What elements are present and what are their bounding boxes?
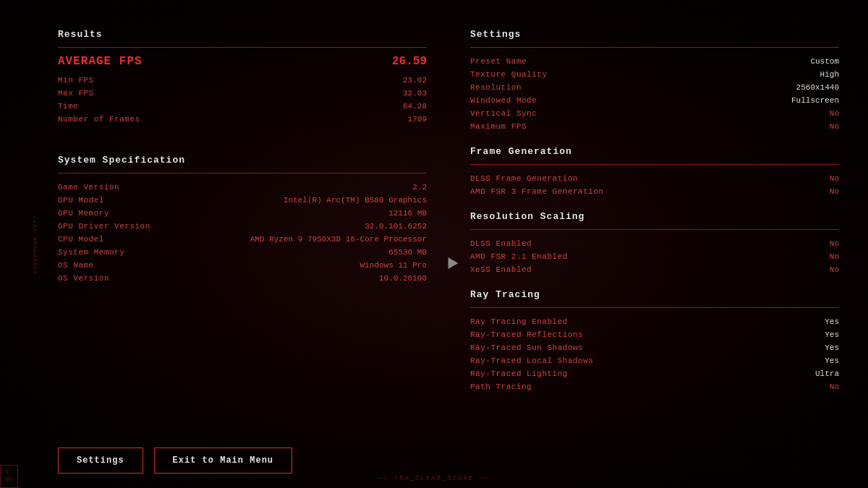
ray-tracing-row: Ray-Traced Sun ShadowsYes [470, 341, 839, 354]
stats-container: Min FPS23.02Max FPS32.03Time64.28Number … [58, 74, 427, 126]
spec-value: 65536 MB [388, 248, 427, 257]
settings-label: Ray-Traced Sun Shadows [470, 343, 583, 352]
frame-gen-row: AMD FSR 3 Frame GenerationNo [470, 185, 839, 198]
spec-header: System Specification [58, 155, 427, 166]
spec-row: GPU Memory12116 MB [58, 207, 427, 220]
settings-value: No [830, 239, 839, 248]
ray-tracing-header: Ray Tracing [470, 289, 839, 300]
settings-label: Maximum FPS [470, 122, 527, 131]
settings-label: Path Tracing [470, 382, 532, 391]
settings-row: Windowed ModeFullscreen [470, 94, 839, 107]
average-fps-label: Average FPS [58, 55, 142, 68]
ray-tracing-row: Ray-Traced LightingUltra [470, 367, 839, 380]
settings-label: DLSS Frame Generation [470, 174, 578, 183]
settings-label: Ray-Traced Local Shadows [470, 356, 593, 365]
spec-label: GPU Memory [58, 209, 109, 218]
frame-gen-container: DLSS Frame GenerationNoAMD FSR 3 Frame G… [470, 172, 839, 198]
stat-label: Min FPS [58, 76, 94, 85]
settings-value: High [820, 70, 839, 79]
main-container: Results Average FPS 26.59 Min FPS23.02Ma… [0, 0, 868, 488]
ray-tracing-container: Ray Tracing EnabledYesRay-Traced Reflect… [470, 315, 839, 393]
res-scaling-container: DLSS EnabledNoAMD FSR 2.1 EnabledNoXeSS … [470, 237, 839, 276]
settings-value: No [830, 187, 839, 196]
settings-value: Custom [810, 57, 839, 66]
spec-row: GPU Driver Version32.0.101.6252 [58, 220, 427, 233]
frame-gen-header: Frame Generation [470, 146, 839, 157]
settings-value: No [830, 109, 839, 118]
right-panel: Settings Preset NameCustomTexture Qualit… [470, 22, 839, 474]
stat-label: Max FPS [58, 89, 94, 98]
stat-value: 1709 [408, 115, 427, 124]
settings-label: Preset Name [470, 57, 527, 66]
spec-value: 10.0.26100 [379, 274, 427, 283]
spec-label: Game Version [58, 183, 119, 192]
spec-label: GPU Driver Version [58, 222, 150, 231]
settings-value: Yes [825, 317, 839, 326]
stat-row: Min FPS23.02 [58, 74, 427, 87]
spec-label: OS Name [58, 261, 94, 270]
spec-value: 32.0.101.6252 [365, 222, 427, 231]
stat-value: 32.03 [403, 89, 427, 98]
settings-label: Resolution [470, 83, 522, 92]
settings-value: 2560x1440 [796, 83, 839, 92]
left-panel: Results Average FPS 26.59 Min FPS23.02Ma… [58, 22, 427, 474]
settings-main-group: Settings Preset NameCustomTexture Qualit… [470, 22, 839, 133]
spec-value: 12116 MB [388, 209, 427, 218]
settings-value: Yes [825, 356, 839, 365]
settings-row: Texture QualityHigh [470, 68, 839, 81]
settings-value: No [830, 382, 839, 391]
stat-row: Max FPS32.03 [58, 87, 427, 100]
average-fps-row: Average FPS 26.59 [58, 55, 427, 68]
settings-label: Vertical Sync [470, 109, 537, 118]
ray-tracing-row: Ray-Traced ReflectionsYes [470, 328, 839, 341]
settings-value: Ultra [815, 369, 839, 378]
settings-value: No [830, 252, 839, 261]
buttons-row: Settings Exit to Main Menu [58, 433, 427, 474]
spec-row: CPU ModelAMD Ryzen 9 7950X3D 16-Core Pro… [58, 233, 427, 246]
frame-gen-group: Frame Generation DLSS Frame GenerationNo… [470, 139, 839, 198]
spec-row: Game Version2.2 [58, 181, 427, 194]
ray-tracing-row: Path TracingNo [470, 380, 839, 393]
settings-label: Ray-Traced Reflections [470, 330, 583, 339]
stat-label: Number of Frames [58, 115, 140, 124]
spec-value: 2.2 [412, 183, 427, 192]
settings-value: Yes [825, 343, 839, 352]
spec-row: GPU ModelIntel(R) Arc(TM) B580 Graphics [58, 194, 427, 207]
settings-header: Settings [470, 29, 839, 40]
res-scaling-row: DLSS EnabledNo [470, 237, 839, 250]
spec-label: System Memory [58, 248, 124, 257]
ray-tracing-group: Ray Tracing Ray Tracing EnabledYesRay-Tr… [470, 282, 839, 393]
ray-tracing-row: Ray-Traced Local ShadowsYes [470, 354, 839, 367]
settings-row: Preset NameCustom [470, 55, 839, 68]
settings-label: Ray Tracing Enabled [470, 317, 568, 326]
spec-label: GPU Model [58, 196, 104, 205]
exit-button[interactable]: Exit to Main Menu [154, 448, 292, 474]
settings-value: No [830, 174, 839, 183]
settings-value: Yes [825, 330, 839, 339]
results-section: Results Average FPS 26.59 Min FPS23.02Ma… [58, 22, 427, 126]
settings-button[interactable]: Settings [58, 448, 143, 474]
spec-label: CPU Model [58, 235, 104, 244]
spec-label: OS Version [58, 274, 109, 283]
settings-row: Resolution2560x1440 [470, 81, 839, 94]
settings-label: DLSS Enabled [470, 239, 532, 248]
stat-value: 64.28 [403, 102, 427, 111]
stat-row: Time64.28 [58, 100, 427, 113]
settings-label: Texture Quality [470, 70, 548, 79]
results-header: Results [58, 29, 427, 40]
frame-gen-row: DLSS Frame GenerationNo [470, 172, 839, 185]
settings-row: Vertical SyncNo [470, 107, 839, 120]
average-fps-value: 26.59 [392, 55, 427, 68]
settings-label: XeSS Enabled [470, 265, 532, 274]
res-scaling-group: Resolution Scaling DLSS EnabledNoAMD FSR… [470, 204, 839, 276]
settings-row: Maximum FPSNo [470, 120, 839, 133]
spec-section: System Specification Game Version2.2GPU … [58, 147, 427, 285]
res-scaling-header: Resolution Scaling [470, 211, 839, 222]
stat-value: 23.02 [403, 76, 427, 85]
spec-value: Intel(R) Arc(TM) B580 Graphics [284, 196, 427, 205]
spec-value: Windows 11 Pro [360, 261, 427, 270]
settings-container: Preset NameCustomTexture QualityHighReso… [470, 55, 839, 133]
ray-tracing-row: Ray Tracing EnabledYes [470, 315, 839, 328]
settings-label: AMD FSR 3 Frame Generation [470, 187, 604, 196]
specs-container: Game Version2.2GPU ModelIntel(R) Arc(TM)… [58, 181, 427, 285]
